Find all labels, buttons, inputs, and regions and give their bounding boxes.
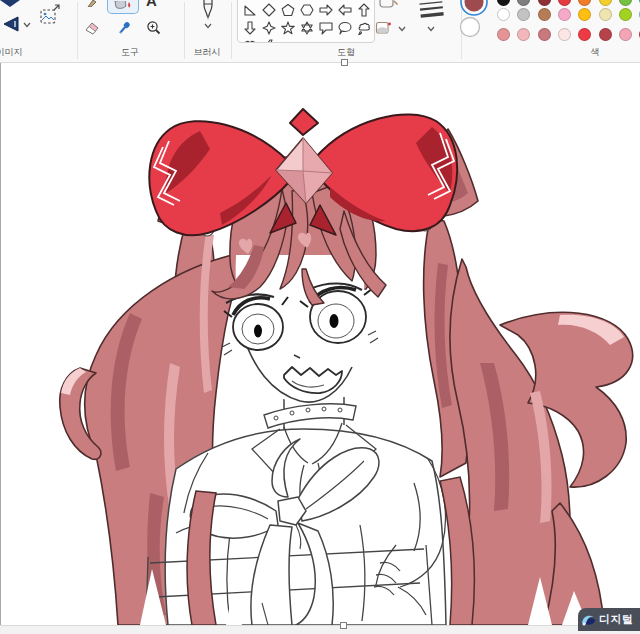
shape-arrow-right[interactable] xyxy=(319,3,333,17)
group-label-colors: 색 xyxy=(591,46,600,59)
watermark-badge: 디지털 xyxy=(578,608,640,631)
palette-color-b8424b[interactable] xyxy=(599,28,612,41)
palette-color-c9787c[interactable] xyxy=(538,28,551,41)
divider xyxy=(231,2,232,59)
palette-color-ef7d2a[interactable] xyxy=(578,0,591,6)
palette-color-f2cf2c[interactable] xyxy=(599,0,612,6)
select-dropdown-chevron[interactable] xyxy=(22,21,32,29)
divider xyxy=(77,2,78,59)
color2-swatch[interactable] xyxy=(459,16,482,39)
shape-hexagon[interactable] xyxy=(300,3,314,17)
shape-gallery xyxy=(237,0,375,43)
group-label-tools: 도구 xyxy=(121,46,139,59)
shape-fill-chevron[interactable] xyxy=(397,25,407,33)
workspace-background xyxy=(0,625,640,634)
group-label-image: 이미지 xyxy=(0,46,23,59)
shape-right-triangle[interactable] xyxy=(243,3,257,17)
shape-lightning[interactable] xyxy=(262,39,276,43)
shape-star-5[interactable] xyxy=(281,21,295,35)
palette-color-c3c3c3[interactable] xyxy=(517,8,530,21)
group-label-brushes: 브러시 xyxy=(194,46,221,59)
shape-diamond[interactable] xyxy=(262,3,276,17)
palette-color-f2b7ba[interactable] xyxy=(517,28,530,41)
watermark-logo-icon xyxy=(580,612,597,628)
palette-color-f3a5b5[interactable] xyxy=(619,28,632,41)
color-palette xyxy=(497,0,640,44)
eraser-tool-icon[interactable] xyxy=(84,20,101,36)
shape-callout-rounded[interactable] xyxy=(319,21,333,35)
size-icon[interactable] xyxy=(415,0,448,18)
select-tool-icon[interactable] xyxy=(2,15,22,34)
watermark-text: 디지털 xyxy=(599,612,634,627)
text-tool-icon[interactable]: A xyxy=(146,0,160,8)
resize-image-icon[interactable] xyxy=(38,2,63,27)
divider xyxy=(184,2,185,59)
shape-star-6[interactable] xyxy=(300,21,314,35)
palette-color-ffbf12[interactable] xyxy=(578,8,591,21)
shape-arrow-left[interactable] xyxy=(338,3,352,17)
shape-outline-icon[interactable] xyxy=(378,0,400,10)
palette-color-ee3a44[interactable] xyxy=(578,28,591,41)
palette-color-f6a9c8[interactable] xyxy=(558,8,571,21)
select-tool-partial-icon[interactable] xyxy=(0,0,22,8)
palette-color-7f7f7f[interactable] xyxy=(517,0,530,6)
size-chevron[interactable] xyxy=(426,25,436,33)
shape-fill-icon[interactable] xyxy=(375,21,393,36)
fill-tool-button[interactable] xyxy=(107,0,139,14)
shape-arrow-down[interactable] xyxy=(243,21,257,35)
palette-color-efe4b0[interactable] xyxy=(599,8,612,21)
fill-tool-icon xyxy=(112,1,134,12)
palette-color-a3d321[interactable] xyxy=(619,8,632,21)
shape-heart[interactable] xyxy=(243,39,257,43)
brush-dropdown-chevron[interactable] xyxy=(203,22,213,30)
shape-arrow-up[interactable] xyxy=(357,3,371,17)
pencil-tool-icon[interactable] xyxy=(86,0,99,7)
canvas-left-edge xyxy=(0,63,1,625)
palette-color-e23a3f[interactable] xyxy=(558,0,571,6)
shape-callout-cloud[interactable] xyxy=(357,21,371,35)
palette-color-e59394[interactable] xyxy=(497,28,510,41)
palette-color-fbe5e5[interactable] xyxy=(558,28,571,41)
palette-color-ffffff[interactable] xyxy=(497,8,510,21)
shape-pentagon[interactable] xyxy=(281,3,295,17)
paint-window: 이미지 A 도구 xyxy=(0,0,640,634)
palette-color-b67c55[interactable] xyxy=(538,8,551,21)
magnifier-tool-icon[interactable] xyxy=(146,20,163,36)
palette-color-8e3038[interactable] xyxy=(538,0,551,6)
palette-color-76c043[interactable] xyxy=(619,0,632,6)
shape-star-4[interactable] xyxy=(262,21,276,35)
artwork-drawing xyxy=(0,63,640,625)
ribbon-toolbar: 이미지 A 도구 xyxy=(0,0,640,62)
group-label-shapes: 도형 xyxy=(337,46,355,59)
canvas-resize-handle-bottom[interactable] xyxy=(340,622,347,629)
drawing-canvas[interactable] xyxy=(0,63,640,625)
brush-tool-icon[interactable] xyxy=(199,0,217,21)
canvas-resize-handle-top[interactable] xyxy=(341,59,348,66)
shape-callout-oval[interactable] xyxy=(338,21,352,35)
color1-swatch[interactable] xyxy=(460,0,488,16)
palette-color-141414[interactable] xyxy=(497,0,510,6)
eyedropper-tool-icon[interactable] xyxy=(117,20,134,36)
